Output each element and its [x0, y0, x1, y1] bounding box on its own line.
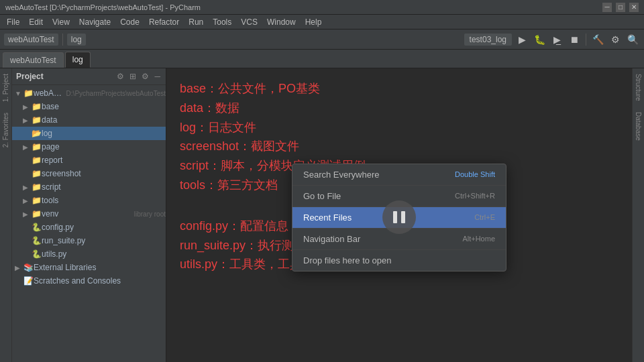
toolbar: webAutoTest log test03_log ▶ 🐛 ▶̲ ⏹ 🔨 ⚙ …: [0, 29, 644, 50]
tree-item-utils[interactable]: 🐍 utils.py: [12, 247, 166, 261]
run-button[interactable]: ▶: [515, 32, 529, 47]
tree-label-runsuite: run_suite.py: [42, 236, 166, 245]
tab-log[interactable]: log: [65, 52, 91, 68]
folder-icon-page: 📁: [31, 142, 42, 152]
tree-label-data: data: [42, 115, 166, 125]
tree-arrow-tools: ▶: [23, 197, 31, 204]
tree-label-venv: venv: [42, 209, 131, 219]
folder-icon-log: 📂: [31, 129, 42, 138]
title-bar: webAutoTest [D:\PycharmProjects\webAutoT…: [0, 0, 644, 15]
tab-bar: webAutoTest log: [0, 50, 644, 68]
project-label[interactable]: webAutoTest: [4, 34, 58, 46]
popup-label-search: Search Everywhere: [303, 170, 379, 180]
folder-icon-venv: 📁: [31, 209, 42, 219]
search-toolbar-button[interactable]: 🔍: [625, 32, 640, 47]
toolbar-separator: [62, 34, 63, 46]
minimize-button[interactable]: ─: [602, 3, 612, 12]
py-icon-runsuite: 🐍: [31, 236, 42, 245]
pause-icon: [393, 211, 405, 223]
build-button[interactable]: 🔨: [590, 32, 605, 47]
menu-item-tools[interactable]: Tools: [209, 16, 235, 28]
pause-bar-left: [393, 211, 397, 223]
popup-item-drop: Drop files here to open: [292, 250, 506, 271]
tree-arrow-extlib: ▶: [15, 264, 23, 272]
tree-label-script: script: [42, 182, 166, 192]
file-label[interactable]: log: [67, 34, 86, 46]
coverage-button[interactable]: ▶̲: [549, 32, 564, 47]
tree-path-venv: library root: [134, 210, 166, 218]
menu-item-help[interactable]: Help: [301, 16, 326, 28]
tree-arrow-base: ▶: [23, 103, 31, 111]
main-container: 1. Project 2. Favorites Project ⚙ ⊞ ⚙ ─ …: [0, 68, 644, 362]
menu-item-refactor[interactable]: Refactor: [145, 16, 183, 28]
tree-item-tools[interactable]: ▶ 📁 tools: [12, 194, 166, 207]
tree-item-base[interactable]: ▶ 📁 base: [12, 100, 166, 113]
tree-item-extlib[interactable]: ▶ 📚 External Libraries: [12, 261, 166, 274]
tree-item-config[interactable]: 🐍 config.py: [12, 221, 166, 234]
tree-item-page[interactable]: ▶ 📁 page: [12, 140, 166, 154]
tree-item-report[interactable]: 📁 report: [12, 154, 166, 167]
popup-label-drop: Drop files here to open: [303, 255, 392, 265]
tree-arrow-script: ▶: [23, 184, 31, 191]
popup-shortcut-goto: Ctrl+Shift+R: [455, 192, 495, 200]
side-tab-favorites[interactable]: 2. Favorites: [1, 107, 11, 153]
close-button[interactable]: ✕: [629, 3, 639, 12]
menu-item-edit[interactable]: Edit: [25, 16, 47, 28]
tree-label-config: config.py: [42, 223, 166, 232]
file-tree: ▼ 📁 webAutoTest D:\PycharmProjects\webAu…: [12, 85, 166, 362]
tree-item-data[interactable]: ▶ 📁 data: [12, 113, 166, 127]
tree-item-root[interactable]: ▼ 📁 webAutoTest D:\PycharmProjects\webAu…: [12, 86, 166, 100]
popup-shortcut-navbar: Alt+Home: [462, 235, 495, 243]
tree-label-utils: utils.py: [42, 249, 166, 259]
maximize-button[interactable]: □: [616, 3, 625, 12]
run-config-label[interactable]: test03_log: [464, 34, 512, 46]
title-controls: ─ □ ✕: [602, 3, 639, 12]
stop-button[interactable]: ⏹: [567, 32, 582, 47]
tree-path-root: D:\PycharmProjects\webAutoTest: [66, 90, 166, 97]
tree-item-venv[interactable]: ▶ 📁 venv library root: [12, 207, 166, 221]
menu-item-window[interactable]: Window: [263, 16, 300, 28]
tree-item-screenshot[interactable]: 📁 screenshot: [12, 167, 166, 180]
popup-label-navbar: Navigation Bar: [303, 234, 360, 244]
tree-label-tools: tools: [42, 196, 166, 205]
settings-button[interactable]: ⚙: [608, 32, 623, 47]
pause-button[interactable]: [382, 200, 416, 234]
project-panel: Project ⚙ ⊞ ⚙ ─ ▼ 📁 webAutoTest D:\Pycha…: [12, 68, 166, 362]
menu-item-file[interactable]: File: [3, 16, 23, 28]
project-gear-icon[interactable]: ⚙: [115, 71, 125, 82]
popup-shortcut-recent: Ctrl+E: [474, 213, 495, 221]
tree-item-runsuite[interactable]: 🐍 run_suite.py: [12, 234, 166, 247]
project-layout-icon[interactable]: ⊞: [128, 71, 138, 82]
menu-item-run[interactable]: Run: [184, 16, 207, 28]
folder-icon-screenshot: 📁: [31, 169, 42, 178]
menu-item-navigate[interactable]: Navigate: [75, 16, 115, 28]
tree-item-script[interactable]: ▶ 📁 script: [12, 180, 166, 194]
py-icon-config: 🐍: [31, 223, 42, 232]
popup-label-recent: Recent Files: [303, 213, 352, 223]
folder-icon-data: 📁: [31, 115, 42, 125]
popup-label-goto: Go to File: [303, 191, 341, 201]
folder-icon-tools: 📁: [31, 196, 42, 205]
debug-button[interactable]: 🐛: [532, 32, 547, 47]
content-area: base：公共文件，PO基类 data：数据 log：日志文件 screensh…: [166, 68, 632, 362]
tree-label-scratch: Scratches and Consoles: [34, 276, 166, 286]
project-settings-icon[interactable]: ⚙: [140, 71, 150, 82]
sidebar: 1. Project 2. Favorites Project ⚙ ⊞ ⚙ ─ …: [0, 68, 166, 362]
popup-item-search[interactable]: Search Everywhere Double Shift: [292, 164, 506, 186]
project-title: Project: [16, 72, 113, 81]
tree-label-report: report: [42, 156, 166, 165]
folder-icon-script: 📁: [31, 182, 42, 192]
menu-item-code[interactable]: Code: [116, 16, 144, 28]
popup-overlay: Search Everywhere Double Shift Go to Fil…: [166, 68, 632, 362]
tree-item-scratch[interactable]: 📝 Scratches and Consoles: [12, 274, 166, 288]
menu-item-view[interactable]: View: [48, 16, 74, 28]
project-close-icon[interactable]: ─: [153, 71, 162, 82]
side-tab-project[interactable]: 1. Project: [1, 68, 11, 107]
tree-item-log[interactable]: 📂 log: [12, 127, 166, 140]
menu-item-vcs[interactable]: VCS: [237, 16, 262, 28]
side-tab-database[interactable]: Database: [633, 107, 643, 146]
extlib-icon: 📚: [23, 263, 34, 272]
tab-webautotype[interactable]: webAutoTest: [3, 52, 64, 68]
tree-label-base: base: [42, 102, 166, 111]
side-tab-structure[interactable]: Structure: [633, 68, 643, 107]
